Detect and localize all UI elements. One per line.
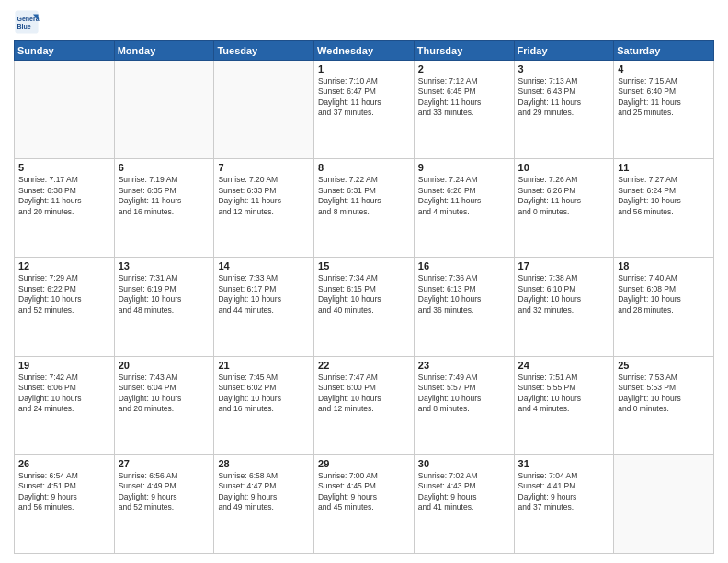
- day-number: 10: [518, 162, 610, 173]
- day-info: Sunrise: 7:40 AM Sunset: 6:08 PM Dayligh…: [618, 273, 710, 316]
- day-info: Sunrise: 7:20 AM Sunset: 6:33 PM Dayligh…: [218, 175, 310, 217]
- calendar-cell: 1Sunrise: 7:10 AM Sunset: 6:47 PM Daylig…: [314, 61, 415, 159]
- calendar-cell: 22Sunrise: 7:47 AM Sunset: 6:00 PM Dayli…: [314, 356, 415, 454]
- day-number: 27: [119, 458, 210, 469]
- calendar-cell: 2Sunrise: 7:12 AM Sunset: 6:45 PM Daylig…: [414, 61, 514, 159]
- day-number: 20: [119, 360, 210, 371]
- day-number: 16: [418, 260, 510, 271]
- day-number: 31: [518, 458, 610, 469]
- calendar-cell: 6Sunrise: 7:19 AM Sunset: 6:35 PM Daylig…: [114, 159, 214, 258]
- calendar-cell: 18Sunrise: 7:40 AM Sunset: 6:08 PM Dayli…: [614, 258, 714, 356]
- day-info: Sunrise: 7:02 AM Sunset: 4:43 PM Dayligh…: [418, 471, 510, 513]
- day-info: Sunrise: 7:53 AM Sunset: 5:53 PM Dayligh…: [618, 373, 710, 415]
- week-row-3: 19Sunrise: 7:42 AM Sunset: 6:06 PM Dayli…: [15, 356, 714, 454]
- calendar-cell: [15, 61, 115, 159]
- calendar-cell: 3Sunrise: 7:13 AM Sunset: 6:43 PM Daylig…: [514, 61, 614, 159]
- week-row-2: 12Sunrise: 7:29 AM Sunset: 6:22 PM Dayli…: [15, 258, 714, 356]
- calendar-cell: 25Sunrise: 7:53 AM Sunset: 5:53 PM Dayli…: [614, 356, 714, 454]
- day-number: 30: [418, 458, 510, 469]
- calendar-table: SundayMondayTuesdayWednesdayThursdayFrid…: [14, 40, 714, 554]
- day-info: Sunrise: 7:17 AM Sunset: 6:38 PM Dayligh…: [18, 175, 110, 217]
- day-info: Sunrise: 7:36 AM Sunset: 6:13 PM Dayligh…: [418, 273, 510, 316]
- calendar-cell: 26Sunrise: 6:54 AM Sunset: 4:51 PM Dayli…: [15, 454, 115, 553]
- day-info: Sunrise: 7:00 AM Sunset: 4:45 PM Dayligh…: [318, 471, 410, 513]
- calendar-cell: 13Sunrise: 7:31 AM Sunset: 6:19 PM Dayli…: [114, 258, 214, 356]
- calendar-cell: [214, 61, 314, 159]
- calendar-cell: 19Sunrise: 7:42 AM Sunset: 6:06 PM Dayli…: [15, 356, 115, 454]
- day-info: Sunrise: 7:04 AM Sunset: 4:41 PM Dayligh…: [518, 471, 610, 513]
- weekday-header-thursday: Thursday: [414, 41, 514, 61]
- day-info: Sunrise: 7:45 AM Sunset: 6:02 PM Dayligh…: [218, 373, 310, 415]
- calendar-cell: 9Sunrise: 7:24 AM Sunset: 6:28 PM Daylig…: [414, 159, 514, 258]
- day-info: Sunrise: 6:58 AM Sunset: 4:47 PM Dayligh…: [218, 471, 310, 513]
- week-row-1: 5Sunrise: 7:17 AM Sunset: 6:38 PM Daylig…: [15, 159, 714, 258]
- day-info: Sunrise: 7:29 AM Sunset: 6:22 PM Dayligh…: [18, 273, 110, 316]
- day-info: Sunrise: 7:49 AM Sunset: 5:57 PM Dayligh…: [418, 373, 510, 415]
- weekday-header-row: SundayMondayTuesdayWednesdayThursdayFrid…: [15, 41, 714, 61]
- calendar-cell: 21Sunrise: 7:45 AM Sunset: 6:02 PM Dayli…: [214, 356, 314, 454]
- calendar-cell: 23Sunrise: 7:49 AM Sunset: 5:57 PM Dayli…: [414, 356, 514, 454]
- day-number: 9: [418, 162, 510, 173]
- calendar-cell: 30Sunrise: 7:02 AM Sunset: 4:43 PM Dayli…: [414, 454, 514, 553]
- day-number: 6: [119, 162, 210, 173]
- weekday-header-monday: Monday: [114, 41, 214, 61]
- day-number: 28: [218, 458, 310, 469]
- header: General Blue: [14, 9, 714, 35]
- calendar-cell: 17Sunrise: 7:38 AM Sunset: 6:10 PM Dayli…: [514, 258, 614, 356]
- calendar-cell: 12Sunrise: 7:29 AM Sunset: 6:22 PM Dayli…: [15, 258, 115, 356]
- day-number: 12: [18, 260, 110, 271]
- calendar-cell: 27Sunrise: 6:56 AM Sunset: 4:49 PM Dayli…: [114, 454, 214, 553]
- weekday-header-saturday: Saturday: [614, 41, 714, 61]
- day-number: 4: [618, 63, 710, 75]
- day-number: 26: [18, 458, 110, 469]
- calendar-cell: 11Sunrise: 7:27 AM Sunset: 6:24 PM Dayli…: [614, 159, 714, 258]
- calendar-cell: 24Sunrise: 7:51 AM Sunset: 5:55 PM Dayli…: [514, 356, 614, 454]
- day-number: 7: [218, 162, 310, 173]
- calendar-cell: 4Sunrise: 7:15 AM Sunset: 6:40 PM Daylig…: [614, 61, 714, 159]
- day-number: 29: [318, 458, 410, 469]
- day-info: Sunrise: 7:24 AM Sunset: 6:28 PM Dayligh…: [418, 175, 510, 217]
- svg-text:Blue: Blue: [17, 23, 31, 29]
- day-number: 15: [318, 260, 410, 271]
- day-info: Sunrise: 6:54 AM Sunset: 4:51 PM Dayligh…: [18, 471, 110, 513]
- day-number: 8: [318, 162, 410, 173]
- day-number: 18: [618, 260, 710, 271]
- day-info: Sunrise: 7:26 AM Sunset: 6:26 PM Dayligh…: [518, 175, 610, 217]
- day-info: Sunrise: 7:51 AM Sunset: 5:55 PM Dayligh…: [518, 373, 610, 415]
- calendar-cell: [614, 454, 714, 553]
- day-number: 13: [119, 260, 210, 271]
- calendar-cell: [114, 61, 214, 159]
- day-info: Sunrise: 7:10 AM Sunset: 6:47 PM Dayligh…: [318, 76, 410, 119]
- calendar-cell: 29Sunrise: 7:00 AM Sunset: 4:45 PM Dayli…: [314, 454, 415, 553]
- svg-rect-0: [15, 10, 38, 33]
- weekday-header-sunday: Sunday: [15, 41, 115, 61]
- day-number: 2: [418, 63, 510, 75]
- weekday-header-tuesday: Tuesday: [214, 41, 314, 61]
- day-info: Sunrise: 7:15 AM Sunset: 6:40 PM Dayligh…: [618, 76, 710, 119]
- calendar-cell: 5Sunrise: 7:17 AM Sunset: 6:38 PM Daylig…: [15, 159, 115, 258]
- day-number: 1: [318, 63, 410, 75]
- calendar-cell: 10Sunrise: 7:26 AM Sunset: 6:26 PM Dayli…: [514, 159, 614, 258]
- weekday-header-friday: Friday: [514, 41, 614, 61]
- day-number: 24: [518, 360, 610, 371]
- logo: General Blue: [14, 9, 43, 35]
- day-number: 21: [218, 360, 310, 371]
- day-info: Sunrise: 7:43 AM Sunset: 6:04 PM Dayligh…: [119, 373, 210, 415]
- day-info: Sunrise: 7:47 AM Sunset: 6:00 PM Dayligh…: [318, 373, 410, 415]
- weekday-header-wednesday: Wednesday: [314, 41, 415, 61]
- day-info: Sunrise: 7:33 AM Sunset: 6:17 PM Dayligh…: [218, 273, 310, 316]
- calendar-cell: 8Sunrise: 7:22 AM Sunset: 6:31 PM Daylig…: [314, 159, 415, 258]
- day-info: Sunrise: 7:19 AM Sunset: 6:35 PM Dayligh…: [119, 175, 210, 217]
- calendar-cell: 16Sunrise: 7:36 AM Sunset: 6:13 PM Dayli…: [414, 258, 514, 356]
- day-number: 22: [318, 360, 410, 371]
- week-row-4: 26Sunrise: 6:54 AM Sunset: 4:51 PM Dayli…: [15, 454, 714, 553]
- day-info: Sunrise: 7:34 AM Sunset: 6:15 PM Dayligh…: [318, 273, 410, 316]
- day-number: 14: [218, 260, 310, 271]
- day-info: Sunrise: 6:56 AM Sunset: 4:49 PM Dayligh…: [119, 471, 210, 513]
- day-info: Sunrise: 7:27 AM Sunset: 6:24 PM Dayligh…: [618, 175, 710, 217]
- day-info: Sunrise: 7:22 AM Sunset: 6:31 PM Dayligh…: [318, 175, 410, 217]
- logo-icon: General Blue: [14, 9, 40, 35]
- calendar-cell: 28Sunrise: 6:58 AM Sunset: 4:47 PM Dayli…: [214, 454, 314, 553]
- day-number: 5: [18, 162, 110, 173]
- calendar-cell: 15Sunrise: 7:34 AM Sunset: 6:15 PM Dayli…: [314, 258, 415, 356]
